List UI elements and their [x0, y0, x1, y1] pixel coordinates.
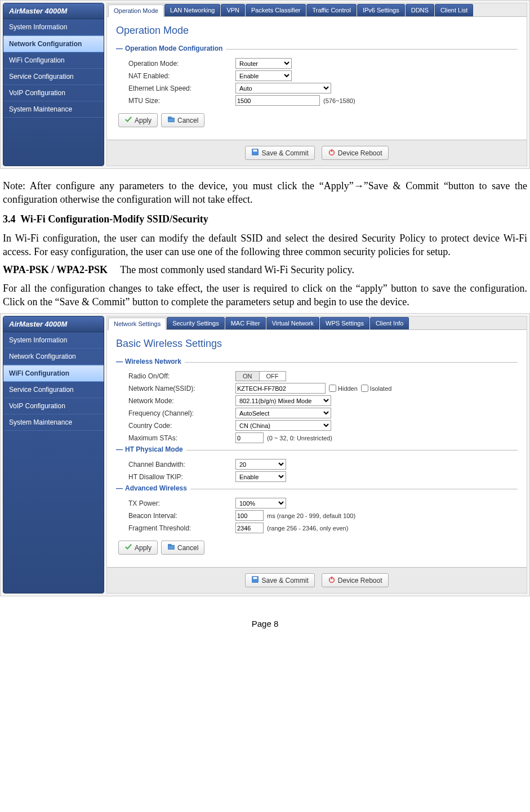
label-tx-power: TX Power: — [128, 499, 235, 507]
tab-operation-mode[interactable]: Operation Mode — [108, 5, 164, 17]
select-ethernet-speed[interactable]: Auto — [235, 83, 331, 93]
svg-rect-7 — [168, 545, 171, 546]
button-row: Apply Cancel — [116, 108, 518, 134]
tab-security-settings[interactable]: Security Settings — [167, 317, 225, 329]
select-tx-power[interactable]: 100% — [235, 498, 286, 508]
apply-button[interactable]: Apply — [118, 113, 158, 127]
save-label: Save & Commit — [261, 149, 308, 157]
hint-max-sta: (0 ~ 32, 0: Unrestricted) — [267, 435, 332, 441]
reboot-label: Device Reboot — [338, 577, 382, 585]
row-max-sta: Maximum STAs: (0 ~ 32, 0: Unrestricted) — [116, 432, 518, 443]
sidebar-item-system-information[interactable]: System Information — [3, 332, 104, 349]
section-label: HT Physical Mode — [125, 445, 183, 453]
sidebar-item-service-configuration[interactable]: Service Configuration — [3, 69, 104, 85]
sidebar-item-wifi-configuration[interactable]: WiFi Configuration — [3, 365, 104, 382]
row-nat: NAT Enabled: Enable — [116, 70, 518, 81]
sidebar-item-system-maintenance[interactable]: System Maintenance — [3, 414, 104, 431]
power-icon — [328, 148, 336, 158]
row-tx-power: TX Power: 100% — [116, 498, 518, 508]
hint-fragment: (range 256 - 2346, only even) — [267, 525, 348, 532]
label-frequency: Frequency (Channel): — [128, 409, 235, 417]
checkbox-hidden[interactable] — [329, 385, 336, 392]
save-commit-button[interactable]: Save & Commit — [245, 146, 314, 160]
tab-virtual-network[interactable]: Virtual Network — [266, 317, 319, 329]
tab-network-settings[interactable]: Network Settings — [108, 318, 166, 330]
input-ssid[interactable] — [235, 383, 326, 394]
input-mtu[interactable] — [235, 95, 320, 106]
save-label: Save & Commit — [261, 577, 308, 585]
tab-packets-classifier[interactable]: Packets Classifier — [246, 4, 306, 16]
panel: Basic Wireless Settings —Wireless Networ… — [107, 330, 527, 567]
tab-wps-settings[interactable]: WPS Settings — [320, 317, 369, 329]
label-radio: Radio On/Off: — [128, 372, 235, 380]
label-max-sta: Maximum STAs: — [128, 434, 235, 442]
row-ssid: Network Name(SSID): Hidden Isolated — [116, 383, 518, 394]
checkbox-hidden-label[interactable]: Hidden — [329, 385, 358, 392]
tab-client-list[interactable]: Client List — [435, 4, 473, 16]
toggle-off: OFF — [259, 372, 286, 381]
input-max-sta[interactable] — [235, 432, 264, 443]
section-label: Wireless Network — [125, 358, 181, 365]
save-icon — [251, 575, 259, 585]
sidebar-item-service-configuration[interactable]: Service Configuration — [3, 382, 104, 398]
tab-client-info[interactable]: Client Info — [370, 317, 409, 329]
folder-icon — [167, 115, 175, 125]
tab-vpn[interactable]: VPN — [221, 4, 245, 16]
paragraph-1: In Wi-Fi configuration, the user can mod… — [3, 231, 527, 259]
label-bandwidth: Channel Bandwith: — [128, 461, 235, 469]
input-beacon[interactable] — [235, 510, 264, 521]
footer-bar: Save & Commit Device Reboot — [107, 140, 527, 166]
sidebar: AirMaster 4000M System Information Netwo… — [3, 316, 104, 594]
select-nat[interactable]: Enable — [235, 70, 292, 81]
sidebar-item-system-maintenance[interactable]: System Maintenance — [3, 101, 104, 118]
tab-bar: Network Settings Security Settings MAC F… — [107, 316, 527, 330]
svg-rect-1 — [168, 117, 171, 119]
wpa-desc: The most commonly used standard Wi-Fi Se… — [120, 264, 354, 275]
tab-traffic-control[interactable]: Traffic Control — [306, 4, 356, 16]
device-reboot-button[interactable]: Device Reboot — [322, 146, 389, 160]
sidebar-item-network-configuration[interactable]: Network Configuration — [3, 349, 104, 365]
hint-mtu: (576~1580) — [323, 97, 355, 104]
row-country: Country Code: CN (China) — [116, 420, 518, 431]
row-beacon: Beacon Interval: ms (range 20 - 999, def… — [116, 510, 518, 521]
panel-title: Basic Wireless Settings — [116, 336, 518, 355]
select-operation-mode[interactable]: Router — [235, 58, 292, 69]
cancel-button[interactable]: Cancel — [161, 113, 204, 127]
wpa-line: WPA-PSK / WPA2-PSK The most commonly use… — [3, 263, 527, 276]
sidebar-item-system-information[interactable]: System Information — [3, 19, 104, 35]
sidebar-item-network-configuration[interactable]: Network Configuration — [3, 35, 104, 52]
select-frequency[interactable]: AutoSelect — [235, 408, 331, 418]
sidebar-item-wifi-configuration[interactable]: WiFi Configuration — [3, 52, 104, 69]
reboot-label: Device Reboot — [338, 149, 382, 157]
button-row: Apply Cancel — [116, 535, 518, 561]
row-radio: Radio On/Off: ONOFF — [116, 371, 518, 381]
hint-beacon: ms (range 20 - 999, default 100) — [267, 512, 355, 519]
svg-rect-3 — [253, 150, 257, 152]
check-icon — [124, 115, 132, 125]
label-nat: NAT Enabled: — [128, 72, 235, 80]
input-fragment[interactable] — [235, 523, 264, 533]
section-label: Advanced Wireless — [125, 484, 187, 492]
checkbox-isolated[interactable] — [361, 385, 368, 392]
paragraph-2: For all the configuration changes to tak… — [3, 282, 527, 309]
note-paragraph: Note: After configure any parameters to … — [3, 179, 527, 207]
radio-toggle[interactable]: ONOFF — [235, 371, 286, 381]
tab-ddns[interactable]: DDNS — [406, 4, 434, 16]
tab-mac-filter[interactable]: MAC Filter — [225, 317, 266, 329]
sidebar-item-voip-configuration[interactable]: VoIP Configuration — [3, 85, 104, 101]
cancel-button[interactable]: Cancel — [161, 541, 204, 555]
apply-label: Apply — [135, 544, 152, 552]
cancel-label: Cancel — [177, 544, 198, 552]
save-commit-button[interactable]: Save & Commit — [245, 573, 314, 587]
checkbox-isolated-label[interactable]: Isolated — [361, 385, 392, 392]
tab-ipv6-settings[interactable]: IPv6 Settings — [357, 4, 405, 16]
select-country[interactable]: CN (China) — [235, 420, 331, 431]
select-network-mode[interactable]: 802.11(b/g/n) Mixed Mode — [235, 395, 331, 406]
select-tkip[interactable]: Enable — [235, 471, 286, 482]
tab-lan-networking[interactable]: LAN Networking — [164, 4, 220, 16]
select-bandwidth[interactable]: 20 — [235, 459, 286, 470]
apply-button[interactable]: Apply — [118, 541, 158, 555]
row-tkip: HT Disallow TKIP: Enable — [116, 471, 518, 482]
sidebar-item-voip-configuration[interactable]: VoIP Configuration — [3, 398, 104, 414]
device-reboot-button[interactable]: Device Reboot — [322, 573, 389, 587]
